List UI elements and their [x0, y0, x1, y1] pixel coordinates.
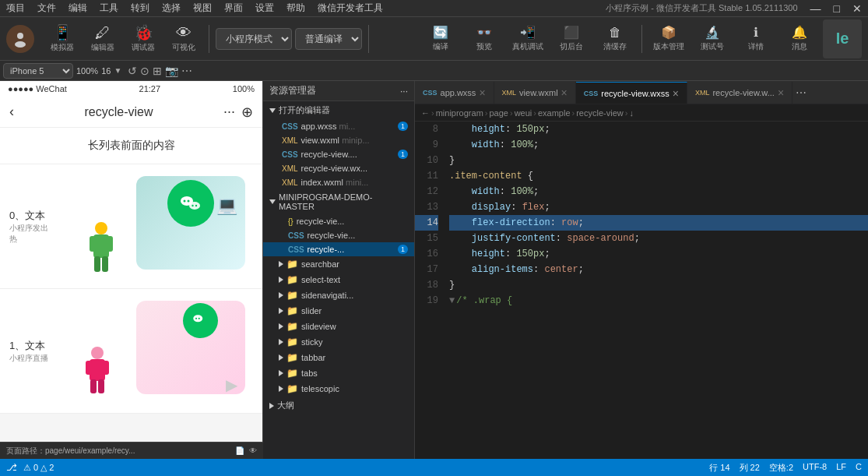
- phone-footer-icon-2[interactable]: 👁: [249, 446, 257, 455]
- test-button[interactable]: 🔬 测试号: [692, 19, 733, 58]
- detail-button[interactable]: ℹ 详情: [736, 19, 776, 58]
- phone-nav-action[interactable]: ⊕: [241, 104, 253, 121]
- outline-section[interactable]: 大纲: [263, 397, 414, 414]
- toggle-icon[interactable]: ⊙: [140, 65, 149, 77]
- tab-close-icon-3[interactable]: ×: [673, 88, 679, 99]
- file-panel-more[interactable]: ···: [400, 86, 408, 97]
- menu-item-settings[interactable]: 设置: [255, 2, 274, 15]
- phone-nav-back[interactable]: ‹: [9, 104, 14, 120]
- menu-item-view[interactable]: 视图: [193, 2, 212, 15]
- simulator-button[interactable]: 📱 模拟器: [44, 19, 81, 58]
- file-recycle-css2[interactable]: CSS recycle-vie...: [263, 228, 414, 242]
- error-count[interactable]: ⚠ 0 △ 2: [23, 463, 54, 473]
- editor-button[interactable]: 🖊 编辑器: [84, 19, 121, 58]
- breadcrumb-nav-back[interactable]: ←: [421, 108, 430, 118]
- window-maximize[interactable]: □: [834, 2, 840, 15]
- tab-recycle-wxss[interactable]: CSS recycle-view.wxss ×: [576, 82, 687, 104]
- debugger-button[interactable]: 🐞 调试器: [125, 19, 162, 58]
- status-line[interactable]: 行 14: [709, 462, 729, 474]
- open-editors-section[interactable]: 打开的编辑器: [263, 101, 414, 119]
- status-spaces[interactable]: 空格:2: [769, 462, 793, 474]
- screenshot-icon[interactable]: 📷: [165, 65, 178, 77]
- clear-button[interactable]: 🗑 清缓存: [595, 19, 635, 58]
- folder-icon-6: 📁: [286, 337, 298, 347]
- mode-select[interactable]: 小程序模式: [216, 28, 292, 50]
- logo-button[interactable]: Ie: [823, 19, 862, 58]
- file-recycle-wxml[interactable]: XML recycle-view.wx...: [263, 161, 414, 175]
- tab-close-icon[interactable]: ×: [479, 87, 485, 98]
- message-button[interactable]: 🔔 消息: [779, 19, 820, 58]
- file-recycle-js[interactable]: {} recycle-vie...: [263, 214, 414, 228]
- folder-tabbar[interactable]: 📁 tabbar: [263, 350, 414, 365]
- real-debug-button[interactable]: 📲 真机调试: [508, 19, 548, 58]
- compile-button[interactable]: 🔄 编译: [420, 19, 461, 58]
- folder-select-text[interactable]: 📁 select-text: [263, 272, 414, 287]
- status-lf[interactable]: LF: [836, 462, 846, 474]
- status-lang[interactable]: C: [856, 462, 862, 474]
- folder-slider[interactable]: 📁 slider: [263, 303, 414, 319]
- breadcrumb-down-icon[interactable]: ↓: [629, 108, 634, 118]
- visible-button[interactable]: 👁 可视化: [165, 19, 202, 58]
- menu-item-file[interactable]: 文件: [37, 2, 56, 15]
- breadcrumb-page[interactable]: page: [489, 108, 508, 118]
- menu-item-help[interactable]: 帮助: [286, 2, 305, 15]
- menu-item-tools[interactable]: 工具: [100, 2, 118, 15]
- breadcrumb-example[interactable]: example: [538, 108, 571, 118]
- breadcrumb-sep-1: ›: [485, 108, 488, 118]
- phone-footer-icon-1[interactable]: 📄: [235, 446, 244, 455]
- person-1: [78, 345, 117, 406]
- code-content[interactable]: height: 150px; width: 100%; } .item-cont…: [443, 122, 868, 459]
- navigate-icon[interactable]: ⊞: [153, 65, 162, 77]
- chevron-down-icon[interactable]: ▼: [114, 66, 121, 75]
- open-editors-arrow: [269, 108, 276, 113]
- tab-view-wxml[interactable]: XML view.wxml ×: [494, 82, 576, 104]
- breadcrumb-weui[interactable]: weui: [515, 108, 532, 118]
- menu-item-devtools[interactable]: 微信开发者工具: [318, 2, 383, 15]
- more-icon[interactable]: ⋯: [181, 65, 192, 77]
- person-0: [82, 219, 121, 281]
- tab-close-icon-2[interactable]: ×: [561, 87, 568, 98]
- file-view-wxml[interactable]: XML view.wxml minip...: [263, 133, 414, 147]
- status-col[interactable]: 列 22: [740, 462, 760, 474]
- editor-icon: 🖊: [95, 25, 111, 41]
- warning-icon: △: [40, 463, 47, 472]
- file-app-wxss[interactable]: CSS app.wxss mi... 1: [263, 119, 414, 133]
- menu-item-project[interactable]: 项目: [6, 2, 25, 15]
- window-close[interactable]: ✕: [852, 2, 862, 15]
- folder-telescopic[interactable]: 📁 telescopic: [263, 381, 414, 397]
- folder-tabs[interactable]: 📁 tabs: [263, 365, 414, 381]
- status-encoding[interactable]: UTF-8: [803, 462, 827, 474]
- phone-nav-more[interactable]: ···: [223, 104, 235, 120]
- file-recycle-active[interactable]: CSS recycle-... 1: [263, 242, 414, 256]
- folder-searchbar[interactable]: 📁 searchbar: [263, 256, 414, 272]
- window-minimize[interactable]: —: [810, 2, 821, 15]
- breadcrumb-recycle-view[interactable]: recycle-view: [576, 108, 624, 118]
- menu-item-interface[interactable]: 界面: [224, 2, 243, 15]
- compile-select[interactable]: 普通编译: [295, 28, 362, 50]
- menu-item-select[interactable]: 选择: [162, 2, 181, 15]
- tab-close-icon-4[interactable]: ×: [778, 87, 784, 98]
- folder-slideview[interactable]: 📁 slideview: [263, 319, 414, 334]
- avatar[interactable]: [6, 25, 34, 53]
- menu-item-edit[interactable]: 编辑: [69, 2, 87, 15]
- tab-css-icon: CSS: [423, 89, 438, 97]
- folder-sticky[interactable]: 📁 sticky: [263, 334, 414, 350]
- breadcrumb-miniprogram[interactable]: miniprogram: [436, 108, 483, 118]
- svg-point-8: [95, 222, 107, 234]
- version-button[interactable]: 📦 版本管理: [648, 19, 689, 58]
- miniprogram-section[interactable]: MINIPROGRAM-DEMO-MASTER: [263, 189, 414, 214]
- tabs-overflow-icon[interactable]: ⋯: [796, 86, 807, 99]
- device-select[interactable]: iPhone 5: [3, 63, 73, 79]
- backend-button[interactable]: ⬛ 切后台: [551, 19, 592, 58]
- refresh-icon[interactable]: ↺: [128, 65, 137, 77]
- file-index-wxml[interactable]: XML index.wxml mini...: [263, 175, 414, 189]
- file-panel-title: 资源管理器: [269, 84, 316, 97]
- file-recycle-wxss[interactable]: CSS recycle-view.... 1: [263, 147, 414, 161]
- preview-button[interactable]: 👓 预览: [464, 19, 504, 58]
- svg-rect-10: [90, 236, 96, 252]
- menu-item-goto[interactable]: 转到: [131, 2, 149, 15]
- tab-recycle-wxml[interactable]: XML recycle-view.w... ×: [687, 82, 792, 104]
- code-line-16: height: 150px;: [449, 246, 868, 262]
- tab-app-wxss[interactable]: CSS app.wxss ×: [415, 82, 494, 104]
- folder-sidenavigation[interactable]: 📁 sidenavigati...: [263, 287, 414, 303]
